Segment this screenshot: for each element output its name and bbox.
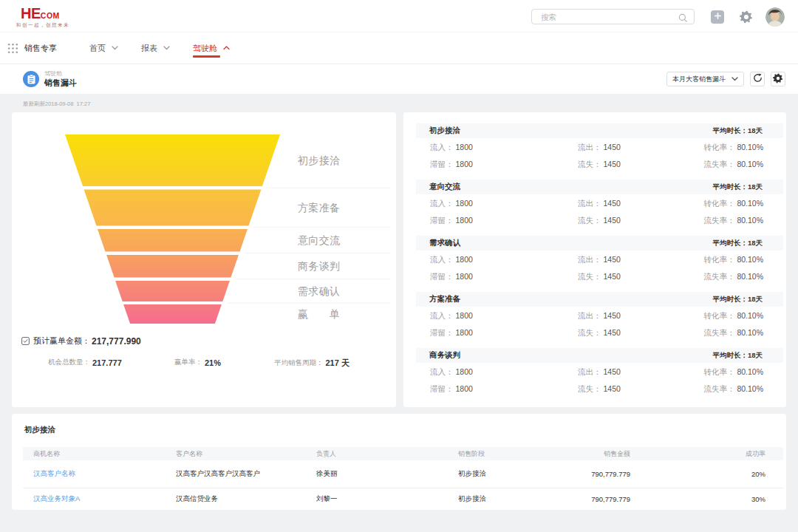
chevron-up-icon [223,46,230,50]
stage-stat: 流失率：80.10% [703,159,763,169]
table-cell: 汉高客户汉高客户汉高客户 [176,469,316,479]
funnel-segment-5[interactable] [123,304,222,324]
table-cell: 徐美丽 [316,469,458,479]
funnel-kpi-row: 机会总数量：217.777赢单率：21%平均销售周期：217 天 [12,358,396,368]
breadcrumb: 驾驶舱 [44,71,77,77]
brand-logo-text: HECOM [21,6,69,21]
table-cell: 刘黎一 [316,494,458,504]
stage-stat: 流失：1450 [578,271,703,282]
opportunity-table-card: 初步接洽 商机名称客户名称负责人销售阶段销售金额成功率 汉高客户名称汉高客户汉高… [12,414,786,510]
stage-stat: 转化率：80.10% [703,254,763,265]
stage-band: 意向交流平均时长：18天 [416,180,783,194]
chevron-down-icon [112,46,118,50]
chart-settings-button[interactable] [771,72,785,86]
settings-gear-icon[interactable] [740,10,753,24]
table-cell: 初步接洽 [458,469,562,479]
page-titles: 驾驶舱 销售漏斗 [44,71,77,87]
table-row-0[interactable]: 汉高客户名称汉高客户汉高客户汉高客户徐美丽初步接洽790,779.77920% [23,460,783,488]
stage-band: 方案准备平均时长：18天 [416,292,783,307]
stage-stats-row: 流入：1800流出：1450转化率：80.10% [403,142,786,152]
nav-items: 首页报表驾驶舱 [89,33,253,64]
stage-stat: 流出：1450 [578,254,703,265]
stage-stats-row: 流入：1800流出：1450转化率：80.10% [403,366,786,377]
table-cell: 30% [630,495,765,503]
table-cell: 790,779.779 [562,470,630,478]
stage-stat: 流失率：80.10% [703,383,763,394]
header-actions [531,7,785,27]
apps-grid-icon[interactable] [7,43,18,54]
funnel-segment-3[interactable] [106,255,239,278]
stage-avg-duration: 平均时长：18天 [712,183,763,192]
stage-stat: 滞留：1800 [430,271,578,282]
kpi-label: 机会总数量： [48,358,90,367]
stage-name: 需求确认 [429,238,460,248]
stage-stat: 流入：1800 [430,142,578,152]
stage-avg-duration: 平均时长：18天 [712,239,763,248]
page-title: 销售漏斗 [44,79,77,87]
stage-band: 需求确认平均时长：18天 [416,236,783,250]
stage-stat: 流入：1800 [430,366,578,377]
funnel-filter-value: 本月大客销售漏斗 [672,75,726,84]
table-cell: 20% [630,470,765,478]
user-avatar[interactable] [765,7,785,27]
stage-stats-row: 滞留：1800流失：1450流失率：80.10% [403,215,786,225]
funnel-stage-label-1: 方案准备 [298,201,340,214]
funnel-kpi-1: 赢单率：21% [174,358,221,367]
table-header-row: 商机名称客户名称负责人销售阶段销售金额成功率 [23,447,783,460]
workspace-label: 销售专享 [24,43,57,54]
table-cell: 790,779.779 [562,495,630,503]
stage-stat: 流失率：80.10% [703,215,763,225]
stage-stats-row: 滞留：1800流失：1450流失率：80.10% [403,383,786,394]
stage-stat: 滞留：1800 [430,383,578,394]
table-header-3: 销售阶段 [458,449,562,459]
global-search[interactable] [531,9,695,24]
stage-stats-row: 流入：1800流出：1450转化率：80.10% [403,310,786,321]
page-title-group: 驾驶舱 销售漏斗 [23,71,77,87]
table-body: 汉高客户名称汉高客户汉高客户汉高客户徐美丽初步接洽790,779.77920%汉… [12,460,786,509]
stage-block-2: 需求确认平均时长：18天流入：1800流出：1450转化率：80.10%滞留：1… [403,236,786,282]
funnel-segment-4[interactable] [115,281,230,301]
logo-secondary: COM [41,11,60,20]
funnel-stage-label-5: 赢单 [298,307,340,321]
refresh-button[interactable] [750,72,765,86]
add-button[interactable] [711,10,724,24]
funnel-segment-0[interactable] [65,134,280,186]
logo-primary: HE [21,5,41,21]
stage-block-1: 意向交流平均时长：18天流入：1800流出：1450转化率：80.10%滞留：1… [403,180,786,225]
nav-item-1[interactable]: 报表 [141,33,170,64]
top-header: HECOM 和创一起，创想未来 [0,0,798,33]
opportunity-link[interactable]: 汉高客户名称 [33,469,176,479]
stage-stats-row: 滞留：1800流失：1450流失率：80.10% [403,271,786,282]
stage-stat: 流出：1450 [578,198,703,208]
funnel-filter-select[interactable]: 本月大客销售漏斗 [666,72,744,86]
brand-tagline: 和创一起，创想未来 [16,23,69,28]
nav-item-2[interactable]: 驾驶舱 [193,33,230,64]
stage-stat: 转化率：80.10% [703,310,763,321]
table-row-1[interactable]: 汉高业务对象A汉高信贷业务刘黎一初步接洽790,779.77930% [23,488,783,509]
gear-icon [773,73,783,86]
funnel-stage-label-3: 商务谈判 [298,259,340,273]
stage-avg-duration: 平均时长：18天 [712,295,763,304]
nav-item-label: 驾驶舱 [193,43,217,54]
stage-name: 意向交流 [429,182,460,192]
search-input[interactable] [532,13,694,21]
kpi-value: 217.777 [92,358,122,367]
stage-block-3: 方案准备平均时长：18天流入：1800流出：1450转化率：80.10%滞留：1… [403,292,786,338]
chevron-down-icon [732,77,738,81]
expected-amount-value: 217,777.990 [92,336,141,347]
nav-item-0[interactable]: 首页 [89,33,118,64]
stage-name: 方案准备 [429,294,460,304]
stage-stat: 滞留：1800 [430,215,578,225]
opportunity-link[interactable]: 汉高业务对象A [33,494,176,504]
funnel-kpi-2: 平均销售周期：217 天 [274,358,349,369]
funnel-segment-2[interactable] [98,229,248,252]
stage-band: 初步接洽平均时长：18天 [416,123,783,138]
stage-stat: 流失：1450 [578,383,703,394]
search-icon [678,13,688,26]
stages-panel: 初步接洽平均时长：18天流入：1800流出：1450转化率：80.10%滞留：1… [403,112,786,407]
funnel-segment-1[interactable] [84,190,262,226]
kpi-value: 21% [205,358,221,367]
stage-block-4: 商务谈判平均时长：18天流入：1800流出：1450转化率：80.10%滞留：1… [403,348,786,394]
stage-stat: 流失：1450 [578,215,703,225]
expected-amount-row: 预计赢单金额： 217,777.990 [21,335,141,347]
